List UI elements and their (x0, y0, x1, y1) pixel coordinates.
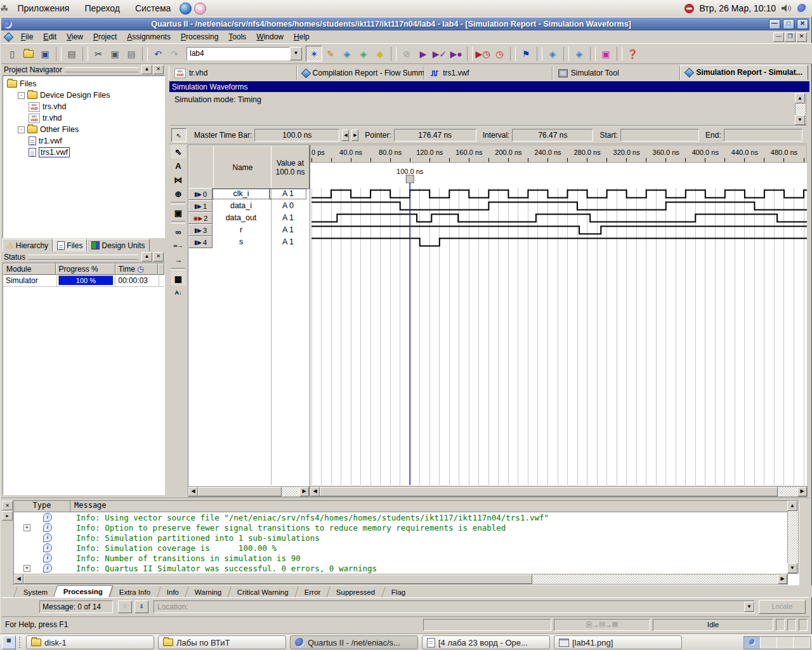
message-tab-warning[interactable]: Warning (185, 587, 231, 597)
mdi-close-button[interactable]: ✕ (796, 32, 807, 42)
waveform-canvas[interactable]: 0 ps40.0 ns80.0 ns120.0 ns160.0 ns200.0 … (310, 145, 807, 486)
scroll-left-button[interactable]: ◀ (310, 487, 320, 496)
scroll-right-button[interactable]: ▶ (778, 574, 787, 584)
signal-row-data_i[interactable]: ▮▶1data_iA 0 (188, 200, 308, 212)
input-pin-icon[interactable]: ▮▶1 (188, 200, 213, 212)
waveform-hscrollbar[interactable]: ◀ ▶ (310, 486, 808, 497)
task-button-лабы-по-втит[interactable]: Лабы по ВТиТ (158, 635, 286, 649)
menu-tools[interactable]: Tools (223, 31, 251, 43)
message-tab-info[interactable]: Info (157, 587, 188, 597)
workspace-cell-3[interactable] (777, 637, 794, 649)
goto-tool-button[interactable]: → (171, 253, 186, 267)
timing-analyzer-button[interactable]: ◷ (491, 46, 508, 62)
message-tab-error[interactable]: Error (294, 587, 330, 597)
menu-file[interactable]: File (16, 31, 38, 43)
title-bar[interactable]: Quartus II - /net/eniac/srv/nfs4/homes/h… (1, 18, 809, 30)
tree-item-DeviceDesignFiles[interactable]: -Device Design Files (4, 90, 163, 101)
panel-grip[interactable] (28, 255, 138, 260)
messages-hscrollbar[interactable]: ◀ ▶ (14, 574, 788, 585)
menu-view[interactable]: View (62, 31, 88, 43)
tree-item-trsvhd[interactable]: abcVHDtrs.vhd (4, 101, 163, 112)
signal-row-r[interactable]: ▮▶3rA 1 (188, 224, 308, 236)
message-row[interactable]: +iInfo: Quartus II Simulator was success… (14, 563, 799, 573)
messages-detach-button[interactable]: ▸ (2, 511, 13, 521)
start-timing-button[interactable]: ▶◷ (475, 46, 491, 62)
text-tool-button[interactable]: A (171, 159, 186, 173)
scroll-thumb[interactable] (198, 487, 282, 496)
type-column-header[interactable]: Type (14, 501, 70, 512)
location-field[interactable]: Location: ▼ (154, 600, 755, 613)
trace-data_i[interactable] (311, 202, 807, 210)
message-row[interactable]: +iInfo: Option to preserve fewer signal … (14, 522, 799, 533)
mail-launcher-icon[interactable]: ✉ (194, 3, 206, 15)
start-analysis-button[interactable]: ▶✓ (431, 46, 448, 62)
simulation-report-button[interactable]: ◈ (571, 46, 587, 62)
panel-close-button[interactable]: ✕ (153, 252, 164, 262)
message-expander[interactable]: + (14, 565, 33, 572)
show-desktop-button[interactable]: ▦ (2, 635, 16, 649)
cursor-handle[interactable] (406, 175, 414, 183)
mdi-minimize-button[interactable]: — (773, 32, 784, 42)
messages-vscrollbar[interactable]: ▲ ▼ (787, 501, 799, 574)
copy-button[interactable]: ▣ (107, 46, 123, 62)
help-button[interactable]: ❓ (624, 46, 641, 62)
selection-tool-button[interactable]: ⇖ (171, 145, 186, 159)
scroll-thumb[interactable] (23, 574, 532, 584)
mdi-restore-button[interactable]: ❐ (785, 32, 796, 42)
project-navigator-titlebar[interactable]: Project Navigator ▲ ✕ (3, 64, 165, 76)
message-row[interactable]: iInfo: Number of transitions in simulati… (14, 553, 799, 563)
navigator-tab-hierarchy[interactable]: ⚠Hierarchy (3, 239, 53, 252)
sort-tool-button[interactable]: A↓ (171, 286, 186, 300)
next-message-button[interactable]: ⇩ (134, 600, 148, 613)
applications-menu[interactable]: Приложения (11, 2, 75, 15)
scroll-left-button[interactable]: ◀ (188, 487, 198, 496)
pointer-tool-button[interactable]: ⇖ (171, 128, 187, 142)
find-tool-button[interactable]: ∞ (171, 225, 186, 239)
signal-row-clk_i[interactable]: ▮▶0clk_iA 1 (188, 188, 308, 200)
message-row[interactable]: iInfo: Simulation coverage is 100.00 % (14, 543, 799, 553)
navigator-tab-files[interactable]: Files (53, 239, 87, 252)
places-menu[interactable]: Переход (78, 2, 126, 15)
message-tab-suppressed[interactable]: Suppressed (327, 587, 385, 597)
tree-expander-icon[interactable]: - (18, 92, 25, 99)
waveform-pane[interactable]: 0 ps40.0 ns80.0 ns120.0 ns160.0 ns200.0 … (310, 145, 807, 486)
workspace-cell-1[interactable] (744, 637, 761, 649)
gnome-foot-icon[interactable]: ☘ (0, 4, 8, 13)
document-tab-tr-vhd[interactable]: abcVHDtr.vhd (169, 66, 297, 80)
workspace-switcher[interactable] (743, 636, 811, 649)
scroll-right-button[interactable]: ▶ (299, 487, 309, 496)
project-combo-value[interactable]: lab4 (187, 47, 290, 60)
time-spin-right[interactable]: ▶ (351, 129, 358, 141)
tree-expander-icon[interactable]: - (18, 126, 25, 133)
input-pin-icon[interactable]: ▮▶0 (188, 188, 213, 200)
message-tab-flag[interactable]: Flag (381, 587, 415, 597)
expand-plus-icon[interactable]: + (23, 524, 30, 531)
status-column-progress[interactable]: Progress % (56, 263, 115, 275)
scroll-up-button[interactable]: ▲ (787, 501, 797, 511)
programmer-button[interactable]: ▣ (598, 46, 614, 62)
redo-button[interactable]: ↷ (166, 46, 183, 62)
trace-clk_i[interactable] (311, 190, 807, 198)
input-pin-icon[interactable]: ▮▶4 (188, 236, 213, 248)
assignment-editor-button[interactable]: ✎ (322, 46, 339, 62)
simulator-tool-button[interactable]: ⚑ (518, 46, 534, 62)
messages-close-button[interactable]: ✕ (2, 501, 13, 510)
document-tab-compilation-report-flow-summary[interactable]: Compilation Report - Flow Summary (297, 66, 425, 80)
undo-button[interactable]: ↶ (150, 46, 166, 62)
browser-launcher-icon[interactable] (180, 3, 192, 15)
task-button--lab41-png-[interactable]: [lab41.png] (554, 635, 682, 649)
status-table-row[interactable]: Simulator 100 % 00:00:03 (3, 275, 164, 287)
column-divider[interactable] (271, 188, 272, 485)
location-dropdown-arrow[interactable]: ▼ (744, 602, 754, 612)
message-tab-extra-info[interactable]: Extra Info (110, 587, 160, 597)
scroll-thumb[interactable] (320, 487, 778, 496)
menu-edit[interactable]: Edit (38, 31, 62, 43)
close-button[interactable]: ✕ (797, 19, 808, 29)
menu-help[interactable]: Help (289, 31, 315, 43)
panel-grip[interactable] (19, 637, 23, 648)
scroll-right-button[interactable]: ▶ (797, 487, 807, 496)
trace-data_out[interactable] (311, 215, 807, 222)
master-time-value[interactable]: 100.0 ns (254, 129, 339, 142)
workspace-cell-2[interactable] (761, 637, 777, 649)
name-column-header[interactable]: Name (213, 145, 272, 189)
